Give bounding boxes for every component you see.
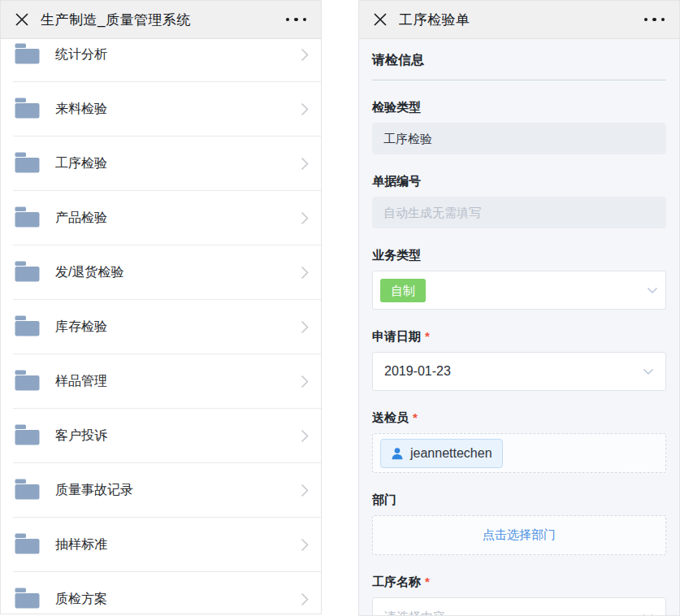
chevron-right-icon	[301, 484, 309, 497]
apply-date-value: 2019-01-23	[384, 364, 451, 379]
inspector-name: jeannettechen	[410, 446, 492, 461]
chevron-right-icon	[301, 157, 309, 171]
folder-icon	[15, 315, 40, 340]
list-item-label: 工序检验	[55, 155, 107, 172]
field-label: 送检员 *	[372, 410, 666, 426]
required-asterisk: *	[425, 329, 430, 343]
list-item[interactable]: 样品管理	[1, 354, 321, 409]
list-item-label: 发/退货检验	[55, 264, 123, 281]
list-item[interactable]: 工序检验	[1, 137, 321, 191]
field-group-inspect-type: 检验类型 工序检验	[372, 100, 666, 154]
folder-icon	[15, 43, 40, 67]
section-title: 请检信息	[372, 52, 666, 80]
chevron-down-icon	[647, 287, 658, 294]
chevron-down-icon	[643, 368, 654, 375]
process-name-select[interactable]: 请选择内容	[372, 597, 666, 616]
biz-type-tag: 自制	[380, 279, 426, 302]
field-label: 申请日期 *	[372, 329, 666, 345]
close-icon[interactable]	[372, 11, 388, 28]
folder-icon	[15, 98, 40, 122]
list-item[interactable]: 库存检验	[1, 300, 321, 354]
folder-list-screen: 生产制造_质量管理系统 统计分析 来料检验 工序检验 产品检验	[0, 0, 322, 614]
folder-icon	[15, 424, 40, 449]
inspect-type-field: 工序检验	[372, 123, 666, 154]
field-label: 单据编号	[372, 174, 666, 189]
doc-no-field: 自动生成无需填写	[372, 197, 666, 228]
list-item[interactable]: 来料检验	[1, 82, 321, 137]
list-item[interactable]: 发/退货检验	[1, 245, 321, 300]
chevron-right-icon	[301, 102, 309, 116]
inspector-picker[interactable]: jeannettechen	[372, 433, 666, 473]
field-group-doc-no: 单据编号 自动生成无需填写	[372, 174, 666, 228]
chevron-right-icon	[301, 375, 309, 388]
field-group-biz-type: 业务类型 自制	[372, 248, 666, 310]
chevron-right-icon	[301, 538, 309, 552]
field-label: 工序名称 *	[372, 575, 666, 590]
list-item-label: 质检方案	[55, 591, 107, 608]
folder-list: 统计分析 来料检验 工序检验 产品检验 发/退货检验	[1, 28, 321, 614]
list-item[interactable]: 产品检验	[1, 191, 321, 245]
process-name-placeholder: 请选择内容	[384, 609, 445, 616]
list-item-label: 客户投诉	[55, 427, 107, 445]
required-asterisk: *	[425, 575, 430, 588]
folder-icon	[15, 261, 40, 285]
more-menu-icon[interactable]	[284, 13, 309, 27]
folder-icon	[15, 479, 40, 503]
field-group-inspector: 送检员 * jeannettechen	[372, 410, 666, 473]
folder-icon	[15, 206, 40, 231]
inspector-chip[interactable]: jeannettechen	[380, 439, 503, 468]
stage: 生产制造_质量管理系统 统计分析 来料检验 工序检验 产品检验	[0, 0, 680, 616]
right-screen-title: 工序检验单	[399, 11, 470, 29]
list-item-label: 来料检验	[55, 101, 107, 118]
field-label: 业务类型	[372, 248, 666, 263]
chevron-right-icon	[301, 48, 309, 62]
list-item[interactable]: 抽样标准	[1, 518, 321, 572]
required-asterisk: *	[413, 410, 418, 424]
list-item-label: 样品管理	[55, 373, 107, 390]
select-department-button[interactable]: 点击选择部门	[372, 515, 666, 555]
inspection-form-screen: 工序检验单 请检信息 检验类型 工序检验 单据编号 自动生成无需填写	[358, 0, 680, 616]
folder-icon	[15, 588, 40, 612]
field-label: 检验类型	[372, 100, 666, 115]
chevron-right-icon	[301, 592, 309, 606]
field-group-department: 部门 点击选择部门	[372, 492, 666, 555]
chevron-right-icon	[301, 211, 309, 225]
list-item[interactable]: 客户投诉	[1, 409, 321, 463]
list-item-label: 产品检验	[55, 210, 107, 227]
left-screen-title: 生产制造_质量管理系统	[41, 11, 191, 29]
folder-icon	[15, 533, 40, 557]
folder-icon	[15, 152, 40, 176]
select-department-link: 点击选择部门	[483, 527, 556, 543]
list-item-label: 抽样标准	[55, 536, 107, 553]
inspection-form: 请检信息 检验类型 工序检验 单据编号 自动生成无需填写 业务类型	[359, 52, 679, 616]
chevron-right-icon	[301, 266, 309, 280]
chevron-right-icon	[301, 320, 309, 334]
field-group-apply-date: 申请日期 * 2019-01-23	[372, 329, 666, 391]
list-item-label: 质量事故记录	[55, 482, 133, 499]
list-item-label: 统计分析	[55, 46, 107, 63]
right-header: 工序检验单	[359, 1, 679, 39]
list-item[interactable]: 质量事故记录	[1, 463, 321, 518]
left-header: 生产制造_质量管理系统	[1, 1, 321, 39]
folder-icon	[15, 370, 40, 394]
apply-date-select[interactable]: 2019-01-23	[372, 352, 666, 391]
chevron-right-icon	[301, 429, 309, 443]
user-icon	[391, 447, 404, 460]
chevron-down-icon	[643, 614, 654, 616]
biz-type-select[interactable]: 自制	[372, 271, 666, 310]
close-icon[interactable]	[14, 11, 30, 28]
field-label: 部门	[372, 492, 666, 508]
more-menu-icon[interactable]	[643, 13, 667, 27]
list-item-label: 库存检验	[55, 319, 107, 336]
list-item[interactable]: 质检方案	[1, 572, 321, 614]
field-group-process-name: 工序名称 * 请选择内容	[372, 575, 666, 616]
